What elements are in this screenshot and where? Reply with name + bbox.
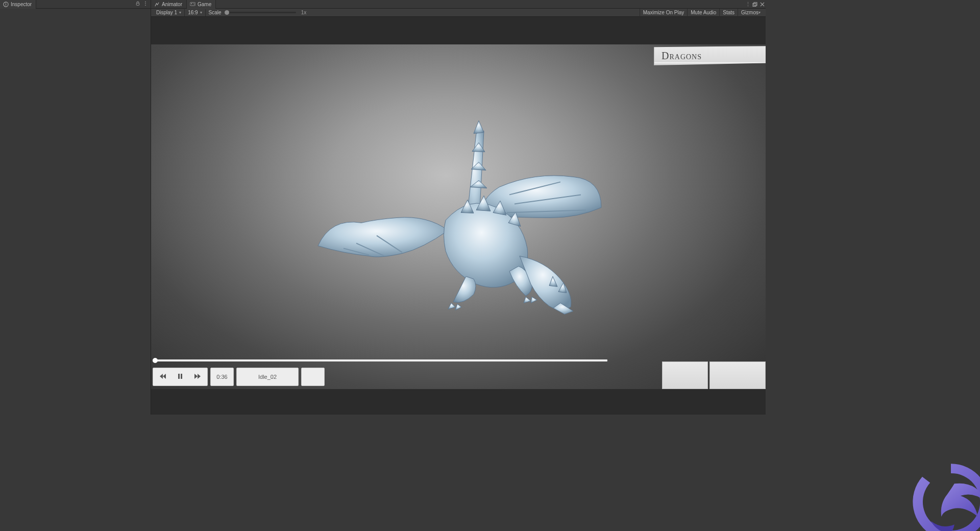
clip-extra-button[interactable]	[301, 368, 325, 386]
overlay-banner-title: Dragons	[662, 50, 702, 62]
tab-animator-label: Animator	[162, 2, 182, 7]
timeline-knob[interactable]	[153, 358, 158, 363]
svg-point-7	[193, 4, 194, 4]
display-dropdown[interactable]: Display 1	[153, 9, 184, 17]
close-icon[interactable]	[760, 2, 765, 7]
aspect-dropdown[interactable]: 16:9	[185, 9, 205, 17]
info-icon	[3, 2, 9, 7]
svg-point-2	[6, 3, 7, 4]
inspector-body	[0, 9, 151, 415]
animator-icon	[154, 2, 160, 7]
mute-audio-button[interactable]: Mute Audio	[687, 9, 719, 17]
kebab-icon[interactable]: ⋮	[745, 1, 750, 8]
tab-inspector[interactable]: Inspector	[0, 0, 36, 8]
stats-button[interactable]: Stats	[719, 9, 738, 17]
overlay-bottom-panels	[662, 361, 766, 389]
gizmos-dropdown[interactable]: Gizmos	[738, 9, 764, 17]
time-display[interactable]: 0:36	[210, 368, 234, 386]
game-toolbar: Display 1 16:9 Scale 1x Maximize On Play…	[151, 9, 766, 17]
aspect-dropdown-label: 16:9	[188, 10, 198, 15]
game-viewport[interactable]: Dragons	[151, 44, 766, 389]
svg-marker-23	[448, 303, 455, 309]
svg-rect-28	[181, 374, 182, 379]
stats-label: Stats	[723, 10, 734, 15]
clip-name-label: Idle_02	[258, 374, 277, 380]
scale-slider[interactable]	[225, 12, 296, 13]
svg-point-4	[145, 2, 146, 3]
game-viewport-container: Dragons	[151, 17, 766, 415]
overlay-panel-1[interactable]	[662, 361, 708, 389]
timeline-track[interactable]	[153, 359, 607, 361]
clip-name-display[interactable]: Idle_02	[236, 368, 299, 386]
playback-buttons-group	[153, 368, 208, 386]
svg-point-8	[194, 4, 194, 5]
game-icon	[190, 2, 195, 7]
svg-rect-27	[178, 374, 180, 379]
svg-marker-13	[474, 120, 484, 133]
right-tabbar: Animator Game ⋮	[151, 0, 766, 9]
tab-inspector-label: Inspector	[11, 2, 32, 7]
scale-label: Scale	[209, 10, 222, 15]
svg-marker-25	[524, 297, 531, 303]
tab-game-label: Game	[198, 2, 211, 7]
svg-rect-11	[753, 3, 756, 6]
dragon-model	[295, 103, 622, 322]
kebab-icon[interactable]	[143, 1, 148, 7]
svg-rect-3	[136, 3, 139, 5]
inspector-tabbar: Inspector	[0, 0, 151, 9]
tab-animator[interactable]: Animator	[151, 0, 187, 8]
svg-marker-24	[455, 304, 461, 310]
playback-controls: 0:36 Idle_02	[153, 368, 325, 386]
pause-button[interactable]	[177, 373, 184, 381]
time-display-label: 0:36	[216, 374, 227, 380]
overlay-banner[interactable]: Dragons	[654, 46, 766, 65]
mute-audio-label: Mute Audio	[691, 10, 716, 15]
svg-marker-26	[531, 297, 537, 303]
lock-icon[interactable]	[135, 1, 140, 7]
tab-game[interactable]: Game	[187, 0, 216, 8]
scale-slider-knob[interactable]	[225, 10, 229, 15]
svg-rect-10	[191, 3, 192, 4]
scale-value: 1x	[299, 10, 307, 15]
svg-point-6	[145, 5, 146, 6]
overlay-panel-2[interactable]	[709, 361, 766, 389]
svg-rect-1	[6, 4, 6, 5]
rewind-button[interactable]	[159, 373, 166, 381]
maximize-on-play-button[interactable]: Maximize On Play	[640, 9, 688, 17]
popout-icon[interactable]	[752, 2, 757, 7]
fast-forward-button[interactable]	[194, 373, 201, 381]
gizmos-label: Gizmos	[741, 10, 758, 15]
svg-point-5	[145, 3, 146, 4]
inspector-panel: Inspector	[0, 0, 151, 415]
display-dropdown-label: Display 1	[156, 10, 177, 15]
maximize-on-play-label: Maximize On Play	[643, 10, 684, 15]
svg-rect-12	[754, 2, 757, 5]
